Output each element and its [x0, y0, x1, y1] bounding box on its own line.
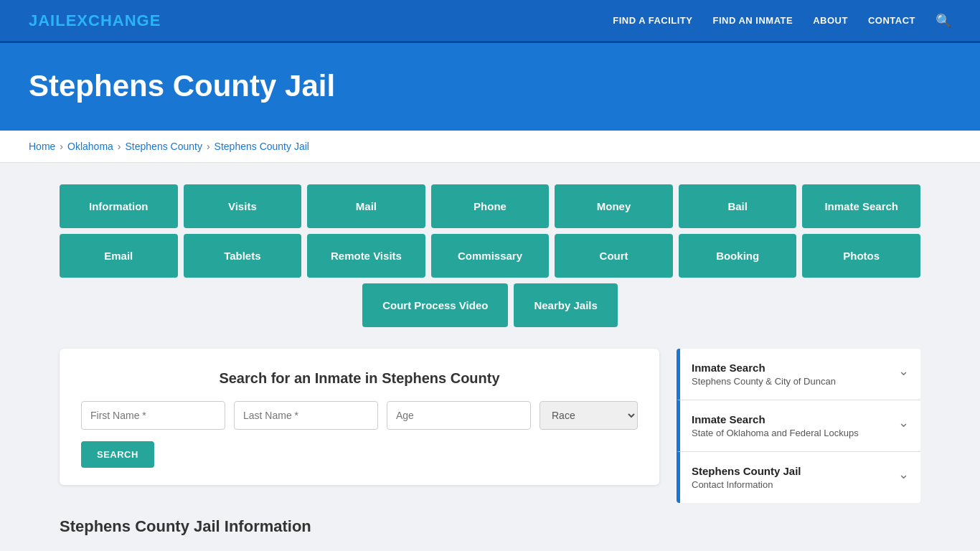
tab-nearby-jails[interactable]: Nearby Jails [514, 283, 617, 327]
navbar: JAILEXCHANGE FIND A FACILITY FIND AN INM… [0, 0, 980, 43]
sidebar-inmate-search-local[interactable]: Inmate Search Stephens County & City of … [677, 349, 920, 400]
sidebar-card-3-title: Stephens County Jail [692, 465, 801, 477]
page-title: Stephens County Jail [29, 69, 951, 103]
search-button[interactable]: SEARCH [81, 441, 154, 468]
tab-row-2: Email Tablets Remote Visits Commissary C… [60, 234, 920, 278]
breadcrumb-jail[interactable]: Stephens County Jail [215, 141, 309, 152]
age-input[interactable] [387, 401, 531, 430]
breadcrumb: Home › Oklahoma › Stephens County › Step… [0, 131, 980, 163]
logo-exchange: EXCHANGE [66, 11, 161, 29]
tab-commissary[interactable]: Commissary [431, 234, 550, 278]
tab-remote-visits[interactable]: Remote Visits [307, 234, 425, 278]
sidebar-contact-info[interactable]: Stephens County Jail Contact Information… [677, 452, 920, 503]
last-name-input[interactable] [234, 401, 378, 430]
inmate-search-card: Search for an Inmate in Stephens County … [60, 349, 659, 485]
breadcrumb-stephens-county[interactable]: Stephens County [126, 141, 202, 152]
nav-links: FIND A FACILITY FIND AN INMATE ABOUT CON… [613, 13, 951, 29]
breadcrumb-oklahoma[interactable]: Oklahoma [67, 141, 113, 152]
sidebar-card-1-subtitle: Stephens County & City of Duncan [692, 376, 836, 387]
sidebar: Inmate Search Stephens County & City of … [677, 349, 920, 503]
nav-contact[interactable]: CONTACT [868, 15, 915, 26]
hero-section: Stephens County Jail [0, 43, 980, 131]
tab-mail[interactable]: Mail [307, 184, 425, 228]
tab-court-process-video[interactable]: Court Process Video [362, 283, 508, 327]
sidebar-card-1-title: Inmate Search [692, 362, 836, 374]
race-select[interactable]: Race White Black Hispanic Asian Other [540, 401, 638, 430]
tab-row-3: Court Process Video Nearby Jails [60, 283, 920, 327]
main-content: Information Visits Mail Phone Money Bail… [31, 163, 949, 551]
tab-email[interactable]: Email [60, 234, 178, 278]
tab-court[interactable]: Court [555, 234, 673, 278]
search-icon[interactable]: 🔍 [936, 13, 951, 29]
tab-money[interactable]: Money [555, 184, 673, 228]
sidebar-card-2-title: Inmate Search [692, 413, 859, 425]
site-logo[interactable]: JAILEXCHANGE [29, 11, 161, 30]
tab-visits[interactable]: Visits [184, 184, 302, 228]
bottom-title: Stephens County Jail Information [60, 517, 920, 536]
sidebar-card-2-subtitle: State of Oklahoma and Federal Lockups [692, 428, 859, 438]
tab-photos[interactable]: Photos [802, 234, 920, 278]
logo-jail: JAIL [29, 11, 66, 29]
bottom-section: Stephens County Jail Information [60, 517, 920, 536]
lower-section: Search for an Inmate in Stephens County … [60, 349, 920, 503]
tab-phone[interactable]: Phone [431, 184, 550, 228]
chevron-down-icon-3: ⌄ [898, 466, 909, 482]
tab-information[interactable]: Information [60, 184, 178, 228]
tab-row-1: Information Visits Mail Phone Money Bail… [60, 184, 920, 228]
tab-bail[interactable]: Bail [679, 184, 797, 228]
first-name-input[interactable] [81, 401, 225, 430]
nav-find-facility[interactable]: FIND A FACILITY [613, 15, 692, 26]
tab-inmate-search[interactable]: Inmate Search [802, 184, 920, 228]
tab-tablets[interactable]: Tablets [184, 234, 302, 278]
breadcrumb-sep-2: › [118, 141, 121, 152]
breadcrumb-sep-3: › [207, 141, 210, 152]
chevron-down-icon-2: ⌄ [898, 415, 909, 430]
nav-find-inmate[interactable]: FIND AN INMATE [712, 15, 793, 26]
nav-about[interactable]: ABOUT [813, 15, 848, 26]
sidebar-card-3-subtitle: Contact Information [692, 479, 801, 490]
breadcrumb-sep-1: › [60, 141, 63, 152]
chevron-down-icon: ⌄ [898, 363, 909, 379]
search-fields: Race White Black Hispanic Asian Other [81, 401, 638, 430]
tab-booking[interactable]: Booking [679, 234, 797, 278]
sidebar-inmate-search-state[interactable]: Inmate Search State of Oklahoma and Fede… [677, 400, 920, 452]
breadcrumb-home[interactable]: Home [29, 141, 55, 152]
search-title: Search for an Inmate in Stephens County [81, 370, 638, 387]
